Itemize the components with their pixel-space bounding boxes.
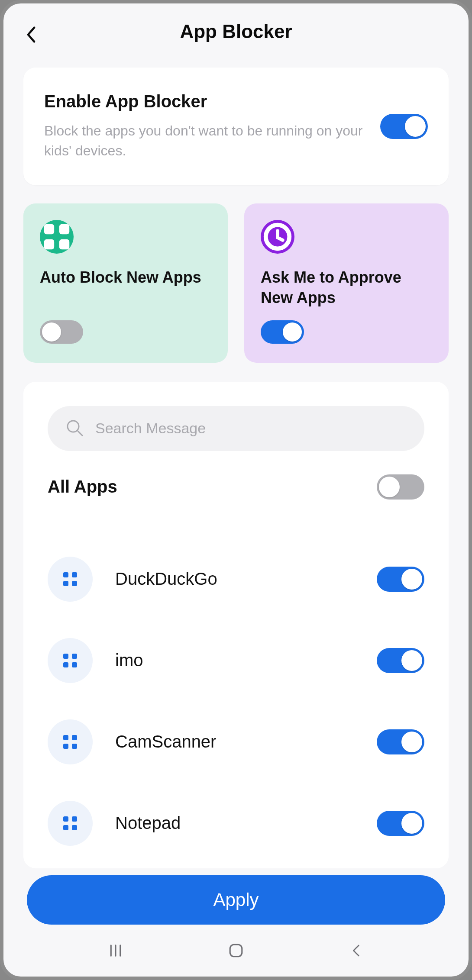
apply-row: Apply bbox=[3, 875, 469, 925]
nav-home[interactable] bbox=[223, 938, 249, 964]
svg-rect-9 bbox=[63, 581, 68, 586]
tiles-row: Auto Block New Apps Ask Me to Approve Ne… bbox=[23, 203, 449, 363]
svg-rect-19 bbox=[63, 816, 68, 822]
back-icon bbox=[348, 942, 365, 959]
svg-line-6 bbox=[78, 431, 82, 435]
svg-rect-22 bbox=[72, 825, 77, 830]
device-frame: App Blocker Enable App Blocker Block the… bbox=[0, 0, 472, 980]
header: App Blocker bbox=[3, 3, 469, 55]
svg-rect-10 bbox=[72, 581, 77, 586]
app-name: imo bbox=[93, 651, 377, 670]
svg-rect-1 bbox=[59, 224, 69, 234]
system-navbar bbox=[3, 933, 469, 968]
clock-icon bbox=[261, 220, 294, 254]
svg-rect-20 bbox=[72, 816, 77, 822]
app-icon bbox=[48, 719, 93, 764]
svg-rect-2 bbox=[44, 239, 54, 249]
toggle-knob bbox=[379, 477, 400, 497]
toggle-knob bbox=[401, 569, 422, 590]
svg-rect-0 bbox=[44, 224, 54, 234]
svg-rect-15 bbox=[63, 735, 68, 740]
all-apps-row: All Apps bbox=[37, 451, 435, 513]
app-name: Notepad bbox=[93, 813, 377, 833]
enable-card: Enable App Blocker Block the apps you do… bbox=[23, 68, 449, 185]
all-apps-label: All Apps bbox=[48, 477, 117, 496]
app-toggle[interactable] bbox=[377, 567, 424, 592]
svg-rect-12 bbox=[72, 654, 77, 659]
svg-rect-21 bbox=[63, 825, 68, 830]
ask-approve-toggle[interactable] bbox=[261, 320, 304, 344]
tile-ask-approve: Ask Me to Approve New Apps bbox=[244, 203, 449, 363]
app-icon bbox=[48, 801, 93, 846]
svg-rect-14 bbox=[72, 662, 77, 667]
home-icon bbox=[226, 941, 246, 961]
svg-rect-7 bbox=[63, 572, 68, 577]
app-toggle[interactable] bbox=[377, 729, 424, 754]
svg-rect-26 bbox=[230, 945, 242, 957]
chevron-left-icon bbox=[25, 25, 37, 44]
nav-back[interactable] bbox=[343, 938, 369, 964]
app-name: CamScanner bbox=[93, 732, 377, 751]
auto-block-toggle[interactable] bbox=[40, 320, 83, 344]
enable-toggle[interactable] bbox=[380, 114, 428, 139]
svg-rect-11 bbox=[63, 654, 68, 659]
svg-rect-16 bbox=[72, 735, 77, 740]
app-icon bbox=[48, 557, 93, 602]
enable-subtitle: Block the apps you don't want to be runn… bbox=[44, 121, 367, 161]
svg-rect-17 bbox=[63, 744, 68, 749]
toggle-knob bbox=[401, 732, 422, 752]
toggle-knob bbox=[42, 322, 61, 342]
toggle-knob bbox=[401, 813, 422, 834]
page-title: App Blocker bbox=[21, 21, 451, 42]
svg-rect-13 bbox=[63, 662, 68, 667]
apps-card: All Apps DuckDuckGoimoCamScannerNotepad bbox=[23, 382, 449, 868]
all-apps-toggle[interactable] bbox=[377, 474, 424, 500]
app-row: DuckDuckGo bbox=[37, 538, 435, 620]
tile-auto-block-title: Auto Block New Apps bbox=[40, 268, 211, 308]
tile-auto-block: Auto Block New Apps bbox=[23, 203, 228, 363]
svg-point-5 bbox=[68, 421, 79, 432]
svg-rect-8 bbox=[72, 572, 77, 577]
toggle-knob bbox=[405, 116, 426, 137]
search-input[interactable] bbox=[95, 420, 407, 437]
app-row: CamScanner bbox=[37, 701, 435, 783]
app-list: DuckDuckGoimoCamScannerNotepad bbox=[37, 538, 435, 864]
app-icon bbox=[48, 638, 93, 683]
apps-grid-icon bbox=[40, 220, 74, 254]
enable-title: Enable App Blocker bbox=[44, 92, 367, 111]
app-toggle[interactable] bbox=[377, 811, 424, 836]
svg-rect-3 bbox=[59, 239, 69, 249]
content: Enable App Blocker Block the apps you do… bbox=[3, 68, 469, 868]
svg-rect-18 bbox=[72, 744, 77, 749]
search-bar[interactable] bbox=[48, 406, 424, 451]
search-icon bbox=[65, 418, 84, 439]
nav-recents[interactable] bbox=[103, 938, 129, 964]
back-button[interactable] bbox=[21, 24, 42, 45]
app-row: Notepad bbox=[37, 783, 435, 864]
tile-ask-approve-title: Ask Me to Approve New Apps bbox=[261, 268, 432, 308]
app-name: DuckDuckGo bbox=[93, 569, 377, 589]
enable-text: Enable App Blocker Block the apps you do… bbox=[44, 92, 380, 161]
apply-button[interactable]: Apply bbox=[27, 875, 445, 925]
toggle-knob bbox=[401, 650, 422, 671]
app-toggle[interactable] bbox=[377, 648, 424, 673]
toggle-knob bbox=[283, 322, 302, 342]
recents-icon bbox=[106, 941, 126, 961]
app-row: imo bbox=[37, 620, 435, 701]
